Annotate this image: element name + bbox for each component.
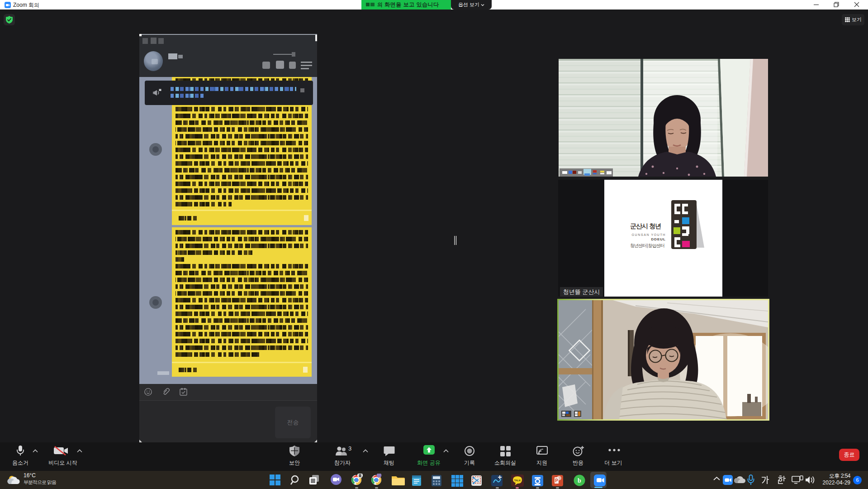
svg-text:TALK: TALK [514,479,521,482]
svg-text:b: b [578,477,581,484]
svg-text:P: P [555,478,558,483]
